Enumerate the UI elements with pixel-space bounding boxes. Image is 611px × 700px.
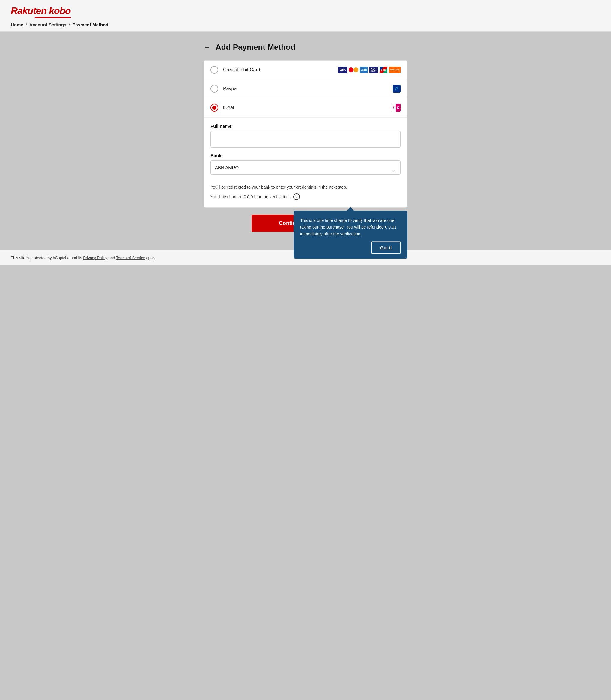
btn-tooltip-area: Continue with iDEAL This is a one time c…: [204, 207, 407, 232]
footer-text-before: This site is protected by hCaptcha and i…: [11, 256, 83, 260]
ideal-right: D: [396, 104, 401, 112]
rakuten-kobo-logo: Rakuten kobo: [11, 5, 71, 18]
option-label-ideal: iDeal: [223, 105, 391, 111]
back-arrow-button[interactable]: ←: [204, 44, 210, 51]
help-icon[interactable]: ?: [293, 193, 300, 200]
page-title-row: ← Add Payment Method: [204, 43, 407, 52]
jcb-logo: JCB: [379, 67, 387, 73]
got-it-button[interactable]: Got it: [371, 242, 401, 254]
paypal-icon: P: [393, 85, 401, 93]
fullname-label: Full name: [210, 123, 401, 129]
visa-debit-logo: VISADEBIT: [369, 67, 378, 73]
footer-text-after: apply.: [145, 256, 156, 260]
ideal-icon: i D: [391, 104, 401, 112]
card-logos-credit: VISA AMEX VISADEBIT JCB DISCOVER: [338, 67, 401, 73]
bank-select-wrapper: ABN AMRO ING Rabobank SNS Bank ASN Bank …: [210, 160, 401, 179]
breadcrumb-home[interactable]: Home: [11, 22, 24, 27]
main-content: ← Add Payment Method Credit/Debit Card V…: [0, 32, 611, 250]
ideal-left: i: [391, 104, 396, 112]
mc-left: [349, 68, 354, 72]
card-logos-paypal: P: [393, 85, 401, 93]
tooltip-popup: This is a one time charge to verify that…: [294, 210, 407, 259]
privacy-policy-link[interactable]: Privacy Policy: [83, 256, 107, 260]
footer-text-mid: and: [107, 256, 116, 260]
payment-option-ideal[interactable]: iDeal i D: [204, 98, 407, 117]
amex-logo: AMEX: [360, 67, 368, 73]
ideal-i-letter: i: [393, 105, 394, 110]
breadcrumb-sep-1: /: [26, 22, 27, 27]
payment-option-paypal[interactable]: Paypal P: [204, 79, 407, 98]
breadcrumb-account-settings[interactable]: Account Settings: [29, 22, 66, 27]
tooltip-footer: Got it: [300, 242, 401, 254]
radio-ideal-inner: [212, 105, 217, 110]
ideal-d-letter: D: [397, 106, 399, 110]
payment-option-credit[interactable]: Credit/Debit Card VISA AMEX VISADEBIT JC…: [204, 61, 407, 79]
breadcrumb: Home / Account Settings / Payment Method: [11, 22, 600, 27]
payment-card: Credit/Debit Card VISA AMEX VISADEBIT JC…: [204, 60, 407, 207]
terms-of-service-link[interactable]: Terms of Service: [116, 256, 145, 260]
radio-credit[interactable]: [210, 66, 218, 74]
card-logos-ideal: i D: [391, 104, 401, 112]
tooltip-text: This is a one time charge to verify that…: [300, 217, 401, 237]
breadcrumb-sep-2: /: [69, 22, 70, 27]
fullname-input[interactable]: [210, 131, 401, 148]
breadcrumb-payment-method: Payment Method: [72, 22, 108, 27]
tooltip-arrow: [347, 207, 354, 211]
option-label-paypal: Paypal: [223, 86, 393, 91]
charge-row: You'll be charged € 0.01 for the verific…: [210, 193, 401, 200]
option-label-credit: Credit/Debit Card: [223, 67, 338, 73]
bank-label: Bank: [210, 153, 401, 158]
page-title: Add Payment Method: [215, 43, 295, 52]
visa-logo: VISA: [338, 67, 347, 73]
radio-paypal[interactable]: [210, 85, 218, 93]
mastercard-logo: [349, 67, 358, 73]
radio-ideal[interactable]: [210, 104, 218, 112]
header: Rakuten kobo Home / Account Settings / P…: [0, 0, 611, 32]
bank-select[interactable]: ABN AMRO ING Rabobank SNS Bank ASN Bank …: [210, 160, 401, 175]
charge-text: You'll be charged € 0.01 for the verific…: [210, 194, 291, 200]
discover-logo: DISCOVER: [389, 67, 401, 73]
redirect-text: You'll be redirected to your bank to ent…: [210, 184, 401, 190]
ideal-form: Full name Bank ABN AMRO ING Rabobank SNS…: [204, 117, 407, 207]
mc-right: [354, 68, 358, 72]
